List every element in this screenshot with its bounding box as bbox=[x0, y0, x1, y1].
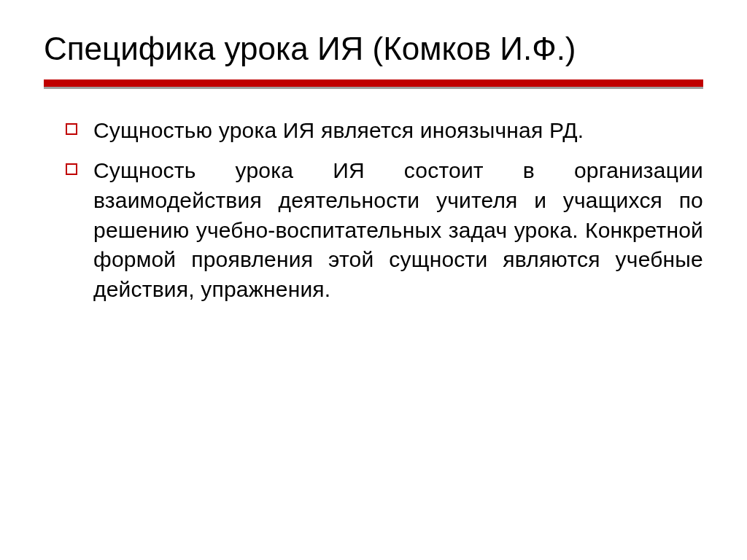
list-item: Сущность урока ИЯ состоит в организации … bbox=[66, 156, 703, 305]
slide-title: Специфика урока ИЯ (Комков И.Ф.) bbox=[44, 28, 703, 69]
slide: Специфика урока ИЯ (Комков И.Ф.) Сущност… bbox=[0, 0, 747, 560]
rule-gray bbox=[44, 87, 703, 89]
square-bullet-icon bbox=[66, 163, 77, 175]
square-bullet-icon bbox=[66, 123, 77, 135]
rule-red bbox=[44, 79, 703, 87]
list-item: Сущностью урока ИЯ является иноязычная Р… bbox=[66, 116, 703, 146]
title-rule bbox=[44, 79, 703, 96]
bullet-text: Сущность урока ИЯ состоит в организации … bbox=[93, 156, 703, 305]
bullet-text: Сущностью урока ИЯ является иноязычная Р… bbox=[93, 116, 703, 146]
slide-content: Сущностью урока ИЯ является иноязычная Р… bbox=[44, 116, 703, 305]
